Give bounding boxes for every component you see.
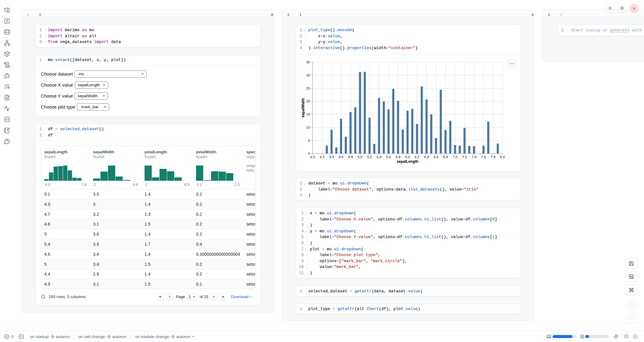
svg-text:4.6: 4.6 — [338, 155, 343, 159]
svg-text:6.8: 6.8 — [443, 155, 448, 159]
svg-text:15: 15 — [306, 113, 310, 116]
svg-text:7.0: 7.0 — [453, 155, 457, 159]
svg-text:8.0: 8.0 — [500, 155, 505, 159]
svg-text:5: 5 — [308, 139, 310, 142]
svg-text:6.0: 6.0 — [405, 155, 410, 159]
svg-text:6.4: 6.4 — [424, 155, 429, 159]
svg-text:6.2: 6.2 — [415, 155, 420, 159]
svg-text:5.0: 5.0 — [358, 155, 363, 159]
svg-text:0: 0 — [308, 152, 310, 155]
svg-text:4.4: 4.4 — [329, 155, 334, 159]
svg-text:5.4: 5.4 — [377, 155, 382, 159]
svg-text:5.2: 5.2 — [367, 155, 372, 159]
svg-text:6.6: 6.6 — [434, 155, 438, 159]
svg-text:35: 35 — [306, 60, 310, 64]
svg-text:4.0: 4.0 — [310, 155, 315, 159]
svg-text:4.8: 4.8 — [348, 155, 353, 159]
svg-text:7.6: 7.6 — [481, 155, 486, 159]
svg-text:7.2: 7.2 — [462, 155, 467, 159]
svg-text:4.2: 4.2 — [320, 155, 324, 159]
svg-text:25: 25 — [306, 87, 310, 90]
svg-text:5.6: 5.6 — [386, 155, 391, 159]
svg-text:5.8: 5.8 — [395, 155, 400, 159]
svg-text:sepalWidth: sepalWidth — [301, 98, 305, 118]
svg-text:sepalLength: sepalLength — [397, 159, 418, 164]
svg-text:20: 20 — [306, 100, 310, 103]
svg-text:10: 10 — [306, 126, 310, 129]
svg-text:7.4: 7.4 — [472, 155, 477, 159]
svg-text:7.8: 7.8 — [491, 155, 496, 159]
svg-text:30: 30 — [306, 73, 310, 77]
